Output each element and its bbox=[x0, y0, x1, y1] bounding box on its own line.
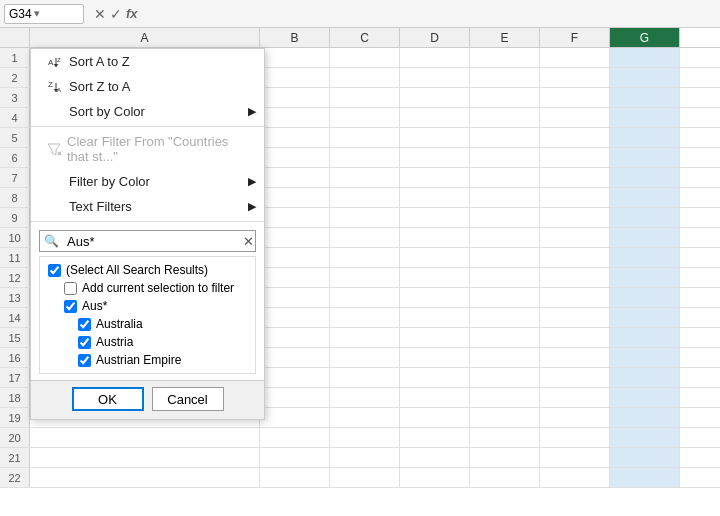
checkbox-select-all-input[interactable] bbox=[48, 264, 61, 277]
sort-za-icon: Z A bbox=[47, 80, 63, 94]
checkbox-add-current-input[interactable] bbox=[64, 282, 77, 295]
filter-color-label: Filter by Color bbox=[69, 174, 150, 189]
svg-text:Z: Z bbox=[48, 80, 53, 89]
checkbox-austrian-empire[interactable]: Austrian Empire bbox=[48, 351, 247, 369]
clear-filter-icon bbox=[47, 142, 61, 156]
col-header-a[interactable]: A bbox=[30, 28, 260, 47]
checkbox-australia-label: Australia bbox=[96, 317, 143, 331]
text-filters-submenu-arrow: ▶ bbox=[248, 200, 256, 213]
checkbox-select-all[interactable]: (Select All Search Results) bbox=[48, 261, 247, 279]
checkbox-add-current[interactable]: Add current selection to filter bbox=[48, 279, 247, 297]
text-filters-label: Text Filters bbox=[69, 199, 132, 214]
menu-item-sort-za[interactable]: Z A Sort Z to A bbox=[31, 74, 264, 99]
menu-item-sort-color[interactable]: Sort by Color ▶ bbox=[31, 99, 264, 124]
cell-ref-value: G34 bbox=[9, 7, 32, 21]
sort-za-label: Sort Z to A bbox=[69, 79, 130, 94]
menu-item-text-filters[interactable]: Text Filters ▶ bbox=[31, 194, 264, 219]
formula-input[interactable] bbox=[144, 6, 720, 21]
checkbox-aus-star-input[interactable] bbox=[64, 300, 77, 313]
svg-text:A: A bbox=[57, 87, 61, 93]
confirm-formula-icon[interactable]: ✓ bbox=[110, 6, 122, 22]
row-num-header bbox=[0, 28, 30, 47]
checkbox-austria-label: Austria bbox=[96, 335, 133, 349]
sort-az-label: Sort A to Z bbox=[69, 54, 130, 69]
formula-icons: ✕ ✓ fx bbox=[88, 6, 144, 22]
checkbox-austria[interactable]: Austria bbox=[48, 333, 247, 351]
search-clear-button[interactable]: ✕ bbox=[239, 234, 258, 249]
cell-g1[interactable] bbox=[610, 48, 680, 67]
spreadsheet: G34 ▾ ✕ ✓ fx A B C D E F G 1 Countries t… bbox=[0, 0, 720, 516]
col-header-c[interactable]: C bbox=[330, 28, 400, 47]
menu-separator-2 bbox=[31, 221, 264, 222]
checkbox-australia-input[interactable] bbox=[78, 318, 91, 331]
search-input[interactable] bbox=[63, 234, 239, 249]
cell-f1[interactable] bbox=[540, 48, 610, 67]
row-num-1: 1 bbox=[0, 48, 30, 67]
cancel-button[interactable]: Cancel bbox=[152, 387, 224, 411]
checkbox-austrian-empire-input[interactable] bbox=[78, 354, 91, 367]
cancel-formula-icon[interactable]: ✕ bbox=[94, 6, 106, 22]
sort-color-submenu-arrow: ▶ bbox=[248, 105, 256, 118]
col-header-d[interactable]: D bbox=[400, 28, 470, 47]
col-header-b[interactable]: B bbox=[260, 28, 330, 47]
checkbox-austrian-empire-label: Austrian Empire bbox=[96, 353, 181, 367]
sort-color-label: Sort by Color bbox=[69, 104, 145, 119]
filter-dropdown-menu: A Z Sort A to Z Z A Sort Z to A bbox=[30, 48, 265, 420]
menu-item-sort-az[interactable]: A Z Sort A to Z bbox=[31, 49, 264, 74]
cell-e1[interactable] bbox=[470, 48, 540, 67]
search-glass-icon: 🔍 bbox=[40, 234, 63, 248]
checkbox-aus-star[interactable]: Aus* bbox=[48, 297, 247, 315]
cell-reference-box[interactable]: G34 ▾ bbox=[4, 4, 84, 24]
menu-separator-1 bbox=[31, 126, 264, 127]
insert-function-icon[interactable]: fx bbox=[126, 6, 138, 21]
checkbox-australia[interactable]: Australia bbox=[48, 315, 247, 333]
svg-text:A: A bbox=[48, 58, 54, 67]
cell-b1[interactable] bbox=[260, 48, 330, 67]
checkbox-list: (Select All Search Results) Add current … bbox=[39, 256, 256, 374]
grid-row-22: 22 bbox=[0, 468, 720, 488]
formula-bar: G34 ▾ ✕ ✓ fx bbox=[0, 0, 720, 28]
checkbox-austria-input[interactable] bbox=[78, 336, 91, 349]
checkbox-add-current-label: Add current selection to filter bbox=[82, 281, 234, 295]
svg-text:Z: Z bbox=[57, 57, 61, 63]
col-header-e[interactable]: E bbox=[470, 28, 540, 47]
col-header-g[interactable]: G bbox=[610, 28, 680, 47]
sort-az-icon: A Z bbox=[47, 55, 63, 69]
ok-button[interactable]: OK bbox=[72, 387, 144, 411]
menu-item-filter-color[interactable]: Filter by Color ▶ bbox=[31, 169, 264, 194]
filter-color-submenu-arrow: ▶ bbox=[248, 175, 256, 188]
column-headers: A B C D E F G bbox=[0, 28, 720, 48]
filter-search-section: 🔍 ✕ bbox=[31, 224, 264, 256]
filter-buttons: OK Cancel bbox=[31, 380, 264, 419]
menu-item-clear-filter[interactable]: Clear Filter From "Countries that st..." bbox=[31, 129, 264, 169]
cell-d1[interactable] bbox=[400, 48, 470, 67]
grid-row-20: 20 bbox=[0, 428, 720, 448]
cell-c1[interactable] bbox=[330, 48, 400, 67]
grid-row-21: 21 bbox=[0, 448, 720, 468]
search-box: 🔍 ✕ bbox=[39, 230, 256, 252]
checkbox-aus-star-label: Aus* bbox=[82, 299, 107, 313]
col-header-f[interactable]: F bbox=[540, 28, 610, 47]
checkbox-select-all-label: (Select All Search Results) bbox=[66, 263, 208, 277]
clear-filter-label: Clear Filter From "Countries that st..." bbox=[67, 134, 252, 164]
svg-marker-6 bbox=[48, 144, 60, 155]
